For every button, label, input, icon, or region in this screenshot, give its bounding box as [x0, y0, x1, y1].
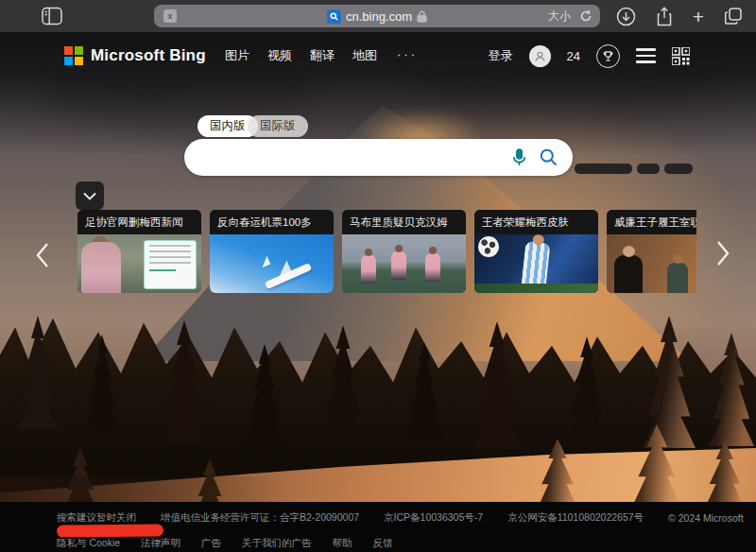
mic-icon[interactable]	[512, 148, 526, 167]
nav-images[interactable]: 图片	[225, 47, 249, 64]
trending-card[interactable]: 王者荣耀梅西皮肤	[474, 210, 598, 293]
bing-header: Microsoft Bing 图片 视频 翻译 地图 ··· 登录 24	[0, 38, 756, 74]
trending-cards: 足协官网删梅西新闻 反向春运机票100多 马布里质疑贝克汉姆 王者荣耀梅西皮肤	[77, 210, 696, 293]
new-tab-icon[interactable]: +	[693, 7, 704, 26]
footer-feedback-link[interactable]: 反馈	[373, 537, 393, 550]
card-image-royals	[607, 234, 696, 293]
card-image-game-skin	[474, 234, 598, 293]
download-icon[interactable]	[616, 7, 636, 26]
browser-toolbar: x cn.bing.com 大小	[0, 0, 756, 32]
microsoft-bing-logo[interactable]: Microsoft Bing	[64, 46, 206, 65]
card-title: 王者荣耀梅西皮肤	[474, 210, 598, 234]
address-bar[interactable]: x cn.bing.com 大小	[154, 5, 600, 27]
carousel-prev-button[interactable]	[26, 234, 59, 276]
screen: x cn.bing.com 大小	[0, 0, 756, 552]
rewards-points[interactable]: 24	[567, 49, 580, 63]
logo-text: Microsoft Bing	[91, 46, 206, 65]
collapsed-widget-bar	[575, 164, 632, 174]
qr-code-icon[interactable]	[672, 47, 690, 65]
footer-legal-link[interactable]: 法律声明	[141, 537, 180, 550]
sign-in-button[interactable]: 登录	[489, 47, 513, 64]
carousel-next-button[interactable]	[707, 233, 739, 274]
sidebar-toggle-icon[interactable]	[42, 7, 62, 26]
bing-favicon	[327, 9, 341, 24]
search-icon[interactable]	[540, 148, 558, 166]
chevron-left-icon	[35, 242, 50, 268]
nav-translate[interactable]: 翻译	[310, 47, 335, 64]
tabs-icon[interactable]	[724, 7, 743, 26]
font-size-button[interactable]: 大小	[548, 9, 571, 25]
card-title: 威廉王子履王室职责	[607, 210, 696, 234]
tab-international-edition[interactable]: 国际版	[248, 115, 308, 137]
trending-card[interactable]: 威廉王子履王室职责	[607, 210, 696, 293]
trending-card[interactable]: 足协官网删梅西新闻	[77, 210, 201, 293]
card-image-airplane	[210, 234, 334, 293]
lock-icon	[417, 10, 427, 23]
user-avatar-icon[interactable]	[529, 45, 551, 67]
menu-icon[interactable]	[636, 48, 656, 63]
chevron-right-icon	[715, 240, 730, 267]
collapse-cards-button[interactable]	[76, 181, 104, 210]
footer-icp-license[interactable]: 京ICP备10036305号-7	[384, 511, 483, 525]
red-marker-annotation	[57, 524, 163, 537]
microsoft-logo-icon	[64, 46, 83, 65]
card-image-messi-news	[77, 234, 201, 293]
card-title: 反向春运机票100多	[210, 210, 334, 234]
trending-card[interactable]: 反向春运机票100多	[210, 210, 334, 293]
search-box	[184, 139, 573, 176]
chevron-down-icon	[83, 192, 96, 200]
nav-videos[interactable]: 视频	[267, 47, 292, 64]
collapsed-widget-bar	[664, 164, 693, 174]
footer-search-suggest-toggle[interactable]: 搜索建议暂时关闭	[57, 511, 136, 525]
card-image-pitch-players	[342, 234, 466, 293]
share-icon[interactable]	[656, 7, 673, 26]
collapsed-widget-bar	[637, 164, 660, 174]
footer-help-link[interactable]: 帮助	[333, 537, 352, 550]
nav-more[interactable]: ···	[397, 47, 418, 61]
footer-copyright: © 2024 Microsoft	[668, 512, 744, 524]
rewards-icon[interactable]	[596, 44, 620, 68]
footer-privacy-link[interactable]: 隐私与 Cookie	[57, 537, 120, 550]
footer-about-ads-link[interactable]: 关于我们的广告	[242, 537, 312, 550]
url-text: cn.bing.com	[346, 9, 412, 24]
footer: 搜索建议暂时关闭 增值电信业务经营许可证：合字B2-20090007 京ICP备…	[0, 502, 756, 552]
card-title: 马布里质疑贝克汉姆	[342, 210, 466, 234]
footer-police-license[interactable]: 京公网安备11010802022657号	[507, 511, 644, 525]
trending-card[interactable]: 马布里质疑贝克汉姆	[342, 210, 466, 293]
reload-icon[interactable]	[579, 9, 593, 23]
nav-maps[interactable]: 地图	[352, 47, 377, 64]
footer-ads-link[interactable]: 广告	[201, 537, 221, 550]
card-title: 足协官网删梅西新闻	[77, 210, 201, 234]
footer-telecom-license: 增值电信业务经营许可证：合字B2-20090007	[161, 511, 359, 525]
search-input[interactable]	[184, 149, 512, 165]
